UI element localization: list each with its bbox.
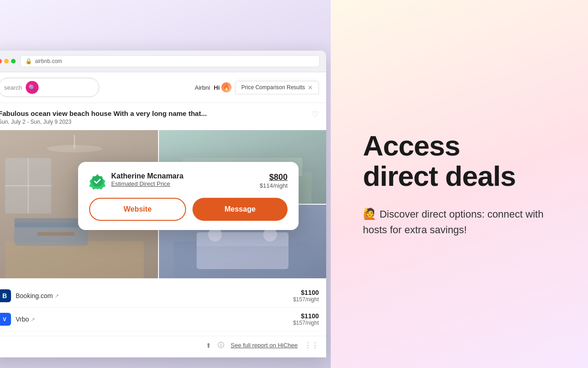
host-row: Katherine Mcnamara Estimated Direct Pric… — [89, 172, 288, 190]
close-tab-button[interactable]: ✕ — [308, 84, 313, 91]
vrbo-logo: V — [0, 313, 11, 326]
right-heading: Access direct deals — [363, 131, 560, 190]
host-details: Katherine Mcnamara Estimated Direct Pric… — [111, 172, 183, 187]
comparison-tab[interactable]: Price Comparison Results ✕ — [235, 81, 319, 94]
vrbo-price: $1100 $157/night — [293, 312, 319, 326]
booking-name: Booking.com ↗ — [16, 292, 59, 299]
left-panel: 🔒 airbnb.com search 🔍 Airbni Hi — [0, 0, 331, 368]
website-button[interactable]: Website — [89, 198, 186, 221]
vrbo-name: Vrbo ↗ — [16, 316, 35, 323]
booking-left: B Booking.com ↗ — [0, 289, 59, 302]
site-header: search 🔍 Airbni Hi 🔥 Price Comparison — [0, 72, 326, 103]
booking-price-total: $1100 — [293, 289, 319, 296]
vrbo-left: V Vrbo ↗ — [0, 313, 35, 326]
message-button[interactable]: Message — [192, 198, 288, 221]
right-description: 🙋 Discover direct options: connect with … — [363, 206, 560, 237]
estimated-direct-price-label[interactable]: Estimated Direct Price — [111, 180, 183, 187]
browser-window: 🔒 airbnb.com search 🔍 Airbni Hi — [0, 51, 326, 357]
vrbo-price-night: $157/night — [293, 320, 319, 326]
hichee-logo: 🔥 — [221, 82, 232, 92]
minimize-dot[interactable] — [4, 59, 9, 63]
svg-rect-5 — [38, 232, 75, 236]
maximize-dot[interactable] — [11, 59, 16, 63]
browser-dots — [0, 59, 16, 63]
vrbo-row[interactable]: V Vrbo ↗ $1100 $157/night — [0, 308, 319, 331]
lock-icon: 🔒 — [25, 58, 32, 64]
search-bar[interactable]: search 🔍 — [0, 78, 99, 97]
property-header: Fabulous ocean view beach house With a v… — [0, 103, 326, 130]
vrbo-price-total: $1100 — [293, 312, 319, 320]
description-text: Discover direct options: connect with ho… — [363, 208, 543, 236]
airbnb-tab[interactable]: Airbni — [195, 84, 210, 91]
share-icon[interactable]: ⬆ — [206, 342, 211, 349]
property-dates: Sun, July 2 - Sun, July 9 2023 — [0, 119, 207, 125]
browser-content: search 🔍 Airbni Hi 🔥 Price Comparison — [0, 72, 326, 357]
search-placeholder-text: search — [4, 84, 22, 91]
external-link-icon: ↗ — [55, 293, 59, 299]
price-right: $800 $114/night — [260, 172, 288, 189]
property-info: Fabulous ocean view beach house With a v… — [0, 109, 207, 125]
tab-area: Airbni Hi 🔥 Price Comparison Results ✕ — [195, 81, 319, 94]
heading-line1: Access — [363, 130, 460, 161]
price-per-night: $114/night — [260, 182, 288, 189]
host-name: Katherine Mcnamara — [111, 172, 183, 180]
comparison-tab-label: Price Comparison Results — [241, 84, 305, 91]
full-report-link[interactable]: See full report on HiChee — [231, 342, 298, 349]
booking-price-night: $157/night — [293, 296, 319, 303]
heading-line2: direct deals — [363, 160, 516, 192]
booking-price: $1100 $157/night — [293, 289, 319, 303]
external-link-icon-2: ↗ — [31, 316, 35, 322]
hichee-label: Hi — [214, 84, 220, 91]
close-dot[interactable] — [0, 59, 2, 63]
search-icon: 🔍 — [28, 84, 36, 91]
search-button[interactable]: 🔍 — [26, 81, 39, 94]
description-emoji: 🙋 — [363, 207, 377, 220]
popup-card: Katherine Mcnamara Estimated Direct Pric… — [78, 162, 299, 230]
grid-icon[interactable]: ⋮⋮ — [304, 341, 319, 350]
hichee-tab[interactable]: Hi 🔥 — [214, 82, 232, 92]
booking-logo: B — [0, 289, 11, 302]
svg-rect-4 — [14, 218, 88, 227]
info-icon[interactable]: ⓘ — [218, 341, 224, 350]
host-left: Katherine Mcnamara Estimated Direct Pric… — [89, 172, 183, 190]
right-panel: Access direct deals 🙋 Discover direct op… — [331, 0, 588, 368]
favorite-button[interactable]: ♡ — [311, 109, 319, 120]
popup-footer: ⬆ ⓘ See full report on HiChee ⋮⋮ — [0, 336, 326, 354]
verified-badge-icon — [89, 173, 106, 190]
address-bar[interactable]: 🔒 airbnb.com — [20, 55, 320, 67]
price-total: $800 — [260, 172, 288, 182]
property-name: Fabulous ocean view beach house With a v… — [0, 109, 207, 117]
svg-rect-2 — [5, 242, 144, 279]
comparison-results: B Booking.com ↗ $1100 $157/night V — [0, 279, 326, 336]
svg-point-21 — [92, 176, 103, 187]
action-buttons: Website Message — [89, 198, 288, 221]
browser-chrome: 🔒 airbnb.com — [0, 51, 326, 72]
booking-row[interactable]: B Booking.com ↗ $1100 $157/night — [0, 284, 319, 308]
